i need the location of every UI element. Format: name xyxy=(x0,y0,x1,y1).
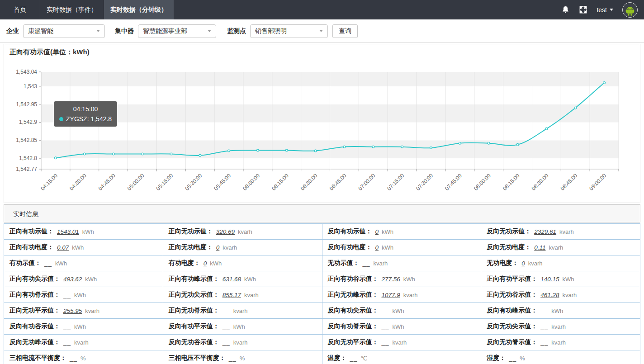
x-axis-label: 07:00:00 xyxy=(357,172,376,192)
avatar[interactable] xyxy=(622,2,638,18)
data-point-marker[interactable] xyxy=(285,149,288,151)
info-cell-label: 正向有功电度： xyxy=(9,243,54,251)
data-point-marker[interactable] xyxy=(516,143,519,146)
info-cell-value-link[interactable]: 1077.9 xyxy=(382,292,400,298)
info-cell-label: 反向无功平示值： xyxy=(328,338,379,346)
info-cell-value-link[interactable]: 320.69 xyxy=(216,228,235,235)
nav-tab-realtime-event[interactable]: 实时数据（事件） xyxy=(40,0,104,19)
x-axis-label: 05:00:00 xyxy=(126,172,146,192)
user-menu[interactable]: test xyxy=(597,6,613,14)
info-cell-label: 反向有功脊示值： xyxy=(328,322,379,331)
info-cell-value-link[interactable]: 0.07 xyxy=(57,244,69,251)
info-cell-empty-value: __ xyxy=(363,260,370,267)
info-cell-label: 湿度： xyxy=(487,354,506,362)
data-point-marker[interactable] xyxy=(170,153,172,155)
data-point-marker[interactable] xyxy=(459,142,461,144)
info-cell-empty-value: __ xyxy=(509,355,516,362)
info-cell-empty-value: __ xyxy=(63,339,71,346)
info-cell: 正向无功尖示值：855.17kvarh xyxy=(163,287,322,303)
info-cell: 反向无功电度：0.11kvarh xyxy=(481,240,640,255)
info-cell: 正向有功谷示值：277.56kWh xyxy=(322,271,482,287)
info-cell-value-link[interactable]: 140.15 xyxy=(540,276,559,283)
enterprise-select[interactable]: 康派智能 xyxy=(23,24,105,38)
nav-tab-realtime-minute[interactable]: 实时数据（分钟级） xyxy=(104,0,174,19)
info-cell-unit: kvarh xyxy=(74,339,89,346)
info-cell-label: 反向无功峰示值： xyxy=(9,338,60,346)
info-cell-value-link[interactable]: 0 xyxy=(375,228,379,235)
data-point-marker[interactable] xyxy=(401,146,403,148)
info-cell: 反向有功谷示值：__kWh xyxy=(4,319,163,335)
info-cell-label: 反向无功尖示值： xyxy=(487,322,537,331)
data-point-marker[interactable] xyxy=(83,153,85,155)
info-cell-label: 反向无功电度： xyxy=(487,243,531,251)
info-panel-title: 实时信息 xyxy=(4,204,640,222)
x-axis-label: 06:15:00 xyxy=(270,172,290,192)
info-cell-unit: kWh xyxy=(393,323,404,330)
monitor-point-select[interactable]: 销售部照明 xyxy=(250,24,328,38)
info-cell-value-link[interactable]: 0.11 xyxy=(534,244,545,251)
data-point-marker[interactable] xyxy=(141,153,143,155)
info-cell-value-link[interactable]: 0 xyxy=(375,244,379,251)
fullscreen-icon[interactable] xyxy=(579,5,587,14)
x-axis-label: 07:30:00 xyxy=(415,172,434,192)
data-point-marker[interactable] xyxy=(228,150,230,152)
info-cell-value-link[interactable]: 0 xyxy=(521,260,525,267)
data-point-marker[interactable] xyxy=(545,128,548,130)
info-cell-empty-value: __ xyxy=(70,355,77,362)
data-point-marker[interactable] xyxy=(488,142,490,144)
data-point-marker[interactable] xyxy=(430,147,432,149)
line-chart[interactable]: 1,542.771,542.81,542.851,542.91,542.951,… xyxy=(4,57,640,201)
info-cell-value-link[interactable]: 855.17 xyxy=(223,292,241,298)
data-point-marker[interactable] xyxy=(112,153,114,155)
nav-tab-home[interactable]: 首页 xyxy=(0,0,40,19)
info-cell-empty-value: __ xyxy=(223,323,230,330)
info-cell-label: 反向有功峰示值： xyxy=(487,307,537,315)
info-cell-value-link[interactable]: 0 xyxy=(216,244,220,251)
bell-icon[interactable] xyxy=(561,5,570,14)
info-cell-unit: kWh xyxy=(382,228,393,235)
info-cell-value-link[interactable]: 0 xyxy=(204,260,207,267)
info-cell-value-link[interactable]: 1543.01 xyxy=(57,228,79,235)
info-cell-value-link[interactable]: 493.62 xyxy=(63,276,82,283)
info-cell-label: 反向无功示值： xyxy=(487,227,531,236)
info-cell-label: 正向无功谷示值： xyxy=(487,291,537,299)
info-cell-unit: kWh xyxy=(393,307,404,314)
chevron-down-icon xyxy=(208,30,211,32)
info-cell-empty-value: __ xyxy=(63,323,71,330)
info-cell-label: 正向有功平示值： xyxy=(487,275,537,283)
info-cell: 温度：__℃ xyxy=(322,350,482,364)
info-cell-label: 三相电压不平衡度： xyxy=(169,354,226,362)
info-cell-value-link[interactable]: 461.28 xyxy=(540,292,559,298)
info-cell-value-link[interactable]: 255.95 xyxy=(63,307,82,314)
x-axis-label: 09:00:00 xyxy=(588,172,607,192)
info-cell: 湿度：__% xyxy=(481,350,640,364)
info-cell: 有功示值：__kWh xyxy=(4,255,163,271)
info-cell-value-link[interactable]: 2329.61 xyxy=(534,228,556,235)
info-cell: 正向有功电度：0.07kWh xyxy=(4,240,163,255)
info-cell-unit: ℃ xyxy=(361,355,368,362)
data-point-marker[interactable] xyxy=(603,81,606,84)
info-cell-value-link[interactable]: 277.56 xyxy=(382,276,400,283)
x-axis-label: 04:30:00 xyxy=(68,172,88,192)
data-point-marker[interactable] xyxy=(256,149,259,151)
data-point-marker[interactable] xyxy=(314,150,317,152)
info-cell-unit: kvarh xyxy=(223,244,237,251)
data-point-marker[interactable] xyxy=(574,107,577,109)
concentrator-select[interactable]: 智慧能源事业部 xyxy=(138,24,216,38)
x-axis-label: 05:30:00 xyxy=(184,172,203,192)
data-point-marker[interactable] xyxy=(372,146,374,148)
info-cell-value-link[interactable]: 631.68 xyxy=(223,276,241,283)
x-axis-label: 06:30:00 xyxy=(299,172,319,192)
info-cell-label: 正向无功峰示值： xyxy=(328,291,379,299)
info-cell: 正向有功脊示值：__kWh xyxy=(4,287,163,303)
query-button[interactable]: 查询 xyxy=(332,24,358,38)
data-point-marker[interactable] xyxy=(55,157,57,159)
info-cell-label: 正向有功峰示值： xyxy=(169,275,219,283)
data-point-marker[interactable] xyxy=(199,154,201,156)
info-cell-empty-value: __ xyxy=(540,323,548,330)
info-cell-unit: kWh xyxy=(382,244,393,251)
data-point-marker[interactable] xyxy=(343,146,346,148)
x-axis-label: 07:15:00 xyxy=(386,172,405,192)
username: test xyxy=(597,6,607,14)
x-axis-label: 06:00:00 xyxy=(242,172,261,192)
